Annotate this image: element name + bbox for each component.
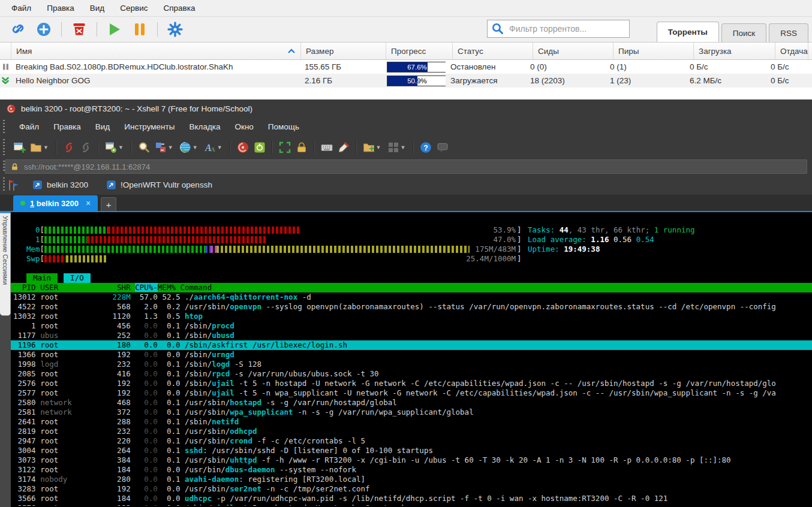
resume-button[interactable] [106, 20, 124, 38]
add-torrent-button[interactable] [35, 20, 53, 38]
highlight-button[interactable] [335, 139, 352, 156]
new-session-button[interactable] [11, 139, 28, 156]
process-row-2580[interactable]: 2580 network 468 0.0 0.1 /usr/sbin/hosta… [11, 398, 812, 408]
process-row-13032[interactable]: 13032 root 1120 1.3 0.5 htop [11, 312, 812, 321]
options-button[interactable] [166, 20, 184, 38]
chevron-down-icon[interactable]: ▼ [217, 144, 222, 150]
toolbar-grip[interactable] [3, 139, 5, 156]
address-bar[interactable]: ssh://root:*****@192.168.11.1:62874 [5, 159, 807, 174]
process-row-2576[interactable]: 2576 root 192 0.0 0.0 /sbin/ujail -t 5 -… [11, 379, 812, 388]
column-header-2[interactable]: Прогресс [386, 43, 453, 59]
xshell-menu-item-6[interactable]: Помощь [261, 117, 306, 137]
process-row-2581[interactable]: 2581 network 372 0.0 0.1 /usr/sbin/wpa_s… [11, 408, 812, 417]
terminal-tab-belkin-3200[interactable]: 1 belkin 3200 × [13, 195, 98, 211]
find-button[interactable] [136, 139, 152, 156]
terminal-screen[interactable]: 0[53.9%] 1[47.0%]Mem[175M/483M]Swp[25.4M… [11, 212, 812, 507]
qbt-tab-0[interactable]: Торренты [657, 22, 719, 42]
xshell-menu-item-3[interactable]: Инструменты [117, 117, 182, 137]
xshell-menu-item-0[interactable]: Файл [12, 117, 46, 137]
htop-process-table-header[interactable]: PID USER SHR CPU%-MEM% Command [11, 283, 812, 292]
process-row-4522[interactable]: 4522 root 568 2.0 0.2 /usr/sbin/openvpn … [11, 302, 812, 312]
process-row-3174[interactable]: 3174 nobody 280 0.0 0.1 avahi-daemon: re… [11, 475, 812, 484]
chevron-down-icon[interactable]: ▼ [43, 144, 49, 150]
torrent-row-1[interactable]: Hello Neighbor GOG2.16 ГБ50.9%50.9%Загру… [0, 74, 812, 87]
process-row-3122[interactable]: 3122 root 184 0.0 0.0 /usr/bin/dbus-daem… [11, 465, 812, 475]
web-button[interactable]: ▼ [177, 139, 202, 156]
reconnect-button[interactable] [77, 139, 94, 156]
column-header-4[interactable]: Сиды [533, 43, 613, 59]
xshell-tool-button[interactable] [234, 139, 251, 156]
pause-button[interactable] [131, 20, 149, 38]
fullscreen-button[interactable] [276, 139, 293, 156]
chevron-down-icon[interactable]: ▼ [401, 144, 406, 150]
toolbar-grip[interactable] [3, 161, 5, 173]
font-button[interactable]: A A ▼ [202, 139, 226, 156]
process-row-1366[interactable]: 1366 root 192 0.0 0.0 /sbin/urngd [11, 350, 812, 360]
column-header-6[interactable]: Загрузка [694, 43, 775, 59]
htop-tab-i/o[interactable]: I/O [64, 273, 91, 283]
process-row-3566[interactable]: 3566 root 184 0.0 0.0 udhcpc -p /var/run… [11, 494, 812, 503]
session-shortcut-1[interactable]: !OpenWRT Vultr openssh [101, 178, 217, 192]
xshell-menu-item-1[interactable]: Правка [46, 117, 88, 137]
process-row-2577[interactable]: 2577 root 192 0.0 0.0 /sbin/ujail -t 5 -… [11, 388, 812, 398]
new-tab-button[interactable]: + [101, 197, 116, 211]
qbt-menu-item-2[interactable]: Вид [82, 0, 112, 16]
column-header-7[interactable]: Отдача [775, 43, 808, 59]
column-header-3[interactable]: Статус [453, 43, 533, 59]
tile-windows-button[interactable]: ▼ [385, 139, 410, 156]
process-row-2641[interactable]: 2641 root 288 0.0 0.1 /sbin/netifd [11, 417, 812, 427]
process-row-2576[interactable]: 2576 root 192 0.0 0.0 /sbin/ujail -t 5 -… [11, 503, 812, 506]
process-row-2947[interactable]: 2947 root 220 0.0 0.1 /usr/sbin/crond -f… [11, 436, 812, 446]
htop-tab-main[interactable]: Main [26, 273, 58, 283]
virtual-keyboard-button[interactable] [318, 139, 335, 156]
toolbar-grip[interactable] [3, 177, 5, 192]
toolbar-grip[interactable] [3, 120, 5, 134]
chevron-down-icon[interactable]: ▼ [376, 144, 381, 150]
process-row-1196[interactable]: 1196 root 180 0.0 0.0 /sbin/askfirst /us… [11, 340, 812, 350]
delete-button[interactable] [70, 20, 88, 38]
open-session-button[interactable]: ▼ [28, 139, 52, 156]
xshell-menu-item-2[interactable]: Вид [88, 117, 117, 137]
qbt-menu-item-4[interactable]: Справка [155, 0, 203, 16]
close-tab-icon[interactable]: × [86, 198, 91, 208]
torrent-row-0[interactable]: Breaking Bad.S02.1080p.BDRemux.HDClub.lo… [0, 60, 812, 74]
chevron-down-icon[interactable]: ▼ [118, 144, 124, 150]
qbt-tab-1[interactable]: Поиск [721, 23, 766, 42]
transfer-button[interactable]: ▼ [152, 139, 177, 156]
lock-screen-button[interactable] [293, 139, 310, 156]
process-row-2819[interactable]: 2819 root 232 0.0 0.1 /usr/sbin/odhcpd [11, 427, 812, 436]
htop-process-rows: 13012 root 228M 57.0 52.5 ./aarch64-qbit… [11, 292, 812, 506]
process-row-3073[interactable]: 3073 root 384 0.0 0.1 /usr/sbin/uhttpd -… [11, 455, 812, 465]
xagent-button[interactable] [251, 139, 268, 156]
qbt-menu-item-3[interactable]: Сервис [112, 0, 155, 16]
disconnect-button[interactable] [61, 139, 77, 156]
add-link-button[interactable] [10, 20, 28, 38]
session-shortcut-0[interactable]: belkin 3200 [28, 178, 93, 192]
qbt-menu-item-1[interactable]: Правка [39, 0, 82, 16]
qbt-tab-2[interactable]: RSS [769, 23, 808, 42]
help-button[interactable]: ? [417, 139, 434, 156]
feedback-button[interactable] [434, 139, 451, 156]
sessions-panel-collapsed[interactable]: Управление Сессиями [0, 213, 11, 316]
xshell-menu-item-5[interactable]: Окно [227, 117, 260, 137]
xshell-menu-item-4[interactable]: Вкладка [182, 117, 227, 137]
process-row-13012[interactable]: 13012 root 228M 57.0 52.5 ./aarch64-qbit… [11, 292, 812, 302]
new-terminal-button[interactable]: ▼ [360, 139, 385, 156]
process-row-1998[interactable]: 1998 logd 232 0.0 0.1 /sbin/logd -S 128 [11, 360, 812, 369]
column-header-1[interactable]: Размер [301, 43, 386, 59]
process-row-1177[interactable]: 1177 ubus 252 0.0 0.1 /sbin/ubusd [11, 331, 812, 340]
sessions-panel-track[interactable] [0, 316, 11, 507]
column-header-5[interactable]: Пиры [613, 43, 694, 59]
process-row-3283[interactable]: 3283 root 192 0.0 0.0 /usr/sbin/ser2net … [11, 484, 812, 494]
process-row-2085[interactable]: 2085 root 416 0.0 0.1 /sbin/rpcd -s /var… [11, 369, 812, 379]
process-row-3004[interactable]: 3004 root 264 0.0 0.1 sshd: /usr/sbin/ss… [11, 446, 812, 455]
chevron-down-icon[interactable]: ▼ [193, 144, 198, 150]
process-row-1[interactable]: 1 root 456 0.0 0.1 /sbin/procd [11, 321, 812, 331]
meter-1: 1[47.0%] [26, 235, 522, 245]
torrent-filter-input[interactable] [508, 23, 629, 34]
session-properties-button[interactable]: ▼ [103, 139, 127, 156]
qbt-menu-item-0[interactable]: Файл [4, 0, 39, 16]
column-header-0[interactable]: Имя [11, 43, 301, 59]
xagent-icon [253, 141, 266, 154]
chevron-down-icon[interactable]: ▼ [168, 144, 173, 150]
